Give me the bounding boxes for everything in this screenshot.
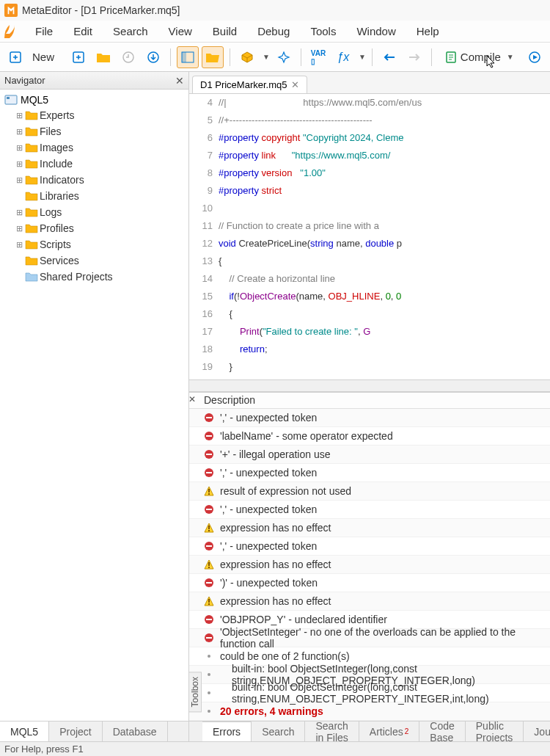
nav-tab-mql5[interactable]: MQL5	[0, 722, 49, 741]
tree-item-experts[interactable]: ⊞Experts	[1, 107, 187, 123]
svg-rect-34	[208, 599, 210, 603]
forward-button[interactable]	[403, 46, 425, 68]
svg-rect-37	[206, 619, 212, 620]
menu-debug[interactable]: Debug	[247, 22, 300, 40]
panel-left-button[interactable]	[177, 46, 199, 68]
svg-rect-11	[206, 417, 212, 418]
toolbox-tab-journal[interactable]: Journal	[524, 722, 550, 741]
tree-item-shared-projects[interactable]: Shared Projects	[1, 269, 187, 285]
var-button[interactable]: VAR▯	[307, 46, 329, 68]
svg-rect-27	[206, 545, 212, 547]
run-debug-button[interactable]	[524, 46, 546, 68]
navigator-panel: Navigator ✕ MQL5 ⊞Experts⊞Files⊞Images⊞I…	[0, 72, 189, 741]
cursor-icon	[485, 54, 497, 71]
statusbar: For Help, press F1	[0, 741, 550, 756]
svg-point-40	[208, 655, 210, 658]
error-row[interactable]: ')' - unexpected token	[189, 574, 550, 592]
svg-rect-29	[208, 562, 210, 566]
error-row[interactable]: ',' - unexpected token	[189, 409, 550, 427]
history-button[interactable]	[117, 46, 139, 68]
toolbox-tab-search-in-files[interactable]: Search in Files	[305, 722, 359, 741]
horizontal-scrollbar[interactable]	[189, 379, 550, 391]
menu-view[interactable]: View	[158, 22, 202, 40]
tree-root[interactable]: MQL5	[1, 92, 187, 107]
svg-rect-13	[206, 435, 212, 437]
editor-tabs: D1 PriceMarker.mq5 ✕	[189, 72, 550, 94]
panel-bottom-button[interactable]	[202, 46, 224, 68]
menu-window[interactable]: Window	[346, 22, 406, 40]
svg-rect-35	[208, 603, 210, 605]
svg-rect-25	[208, 530, 210, 531]
menu-file[interactable]: File	[25, 22, 63, 40]
window-title: MetaEditor - [D1 PriceMarker.mq5]	[22, 4, 180, 16]
error-row[interactable]: expression has no effect	[189, 519, 550, 537]
tree-item-images[interactable]: ⊞Images	[1, 139, 187, 156]
menu-build[interactable]: Build	[202, 22, 247, 40]
svg-point-42	[208, 691, 210, 694]
menu-search[interactable]: Search	[103, 22, 158, 40]
svg-rect-17	[206, 472, 212, 473]
nav-tab-database[interactable]: Database	[103, 722, 168, 741]
toolbox-tab-errors[interactable]: Errors	[202, 722, 252, 741]
menubar: FileEditSearchViewBuildDebugToolsWindowH…	[0, 21, 550, 43]
new-file-button[interactable]	[4, 46, 26, 68]
menu-help[interactable]: Help	[406, 22, 450, 40]
app-icon	[4, 4, 18, 17]
error-row[interactable]: built-in: bool ObjectSetInteger(long,con…	[189, 684, 550, 702]
ai-sparkle-button[interactable]	[273, 46, 295, 68]
back-button[interactable]	[378, 46, 400, 68]
svg-rect-22	[206, 509, 212, 510]
close-icon[interactable]: ✕	[175, 75, 184, 87]
error-row[interactable]: 20 errors, 4 warnings	[189, 702, 550, 721]
toolbox-tab-code-base[interactable]: Code Base	[419, 722, 465, 741]
editor-tab[interactable]: D1 PriceMarker.mq5 ✕	[192, 76, 307, 93]
svg-rect-32	[206, 582, 212, 584]
error-row[interactable]: 'labelName' - some operator expected	[189, 427, 550, 446]
tree-item-files[interactable]: ⊞Files	[1, 123, 187, 139]
error-row[interactable]: expression has no effect	[189, 592, 550, 611]
editor-area: D1 PriceMarker.mq5 ✕ 4567891011121314151…	[189, 72, 550, 741]
svg-point-41	[208, 673, 210, 676]
toolbar: New ▼ VAR▯ ƒx ▼ Compile ▼	[0, 43, 550, 72]
tree-item-profiles[interactable]: ⊞Profiles	[1, 220, 187, 236]
error-row[interactable]: result of expression not used	[189, 482, 550, 501]
dropdown-icon[interactable]: ▼	[359, 53, 366, 61]
box-button[interactable]	[236, 46, 258, 68]
svg-rect-20	[208, 493, 210, 495]
toolbox-tab-public-projects[interactable]: Public Projects	[466, 722, 524, 741]
error-row[interactable]: '+' - illegal operation use	[189, 446, 550, 464]
error-row[interactable]: expression has no effect	[189, 556, 550, 574]
menu-tools[interactable]: Tools	[300, 22, 346, 40]
tree-item-logs[interactable]: ⊞Logs	[1, 204, 187, 220]
new-doc-button[interactable]	[67, 46, 89, 68]
toolbox-label[interactable]: Toolbox	[189, 672, 202, 712]
close-icon[interactable]: ✕	[189, 394, 199, 404]
open-folder-button[interactable]	[92, 46, 114, 68]
nav-tab-project[interactable]: Project	[49, 722, 103, 741]
svg-rect-15	[206, 454, 212, 455]
close-icon[interactable]: ✕	[291, 79, 299, 90]
tree-item-services[interactable]: Services	[1, 252, 187, 269]
toolbox-tab-search[interactable]: Search	[252, 722, 305, 741]
tree-item-scripts[interactable]: ⊞Scripts	[1, 236, 187, 252]
titlebar: MetaEditor - [D1 PriceMarker.mq5]	[0, 0, 550, 21]
toolbox-tab-articles[interactable]: Articles 2	[359, 722, 419, 741]
dropdown-icon[interactable]: ▼	[263, 53, 270, 61]
new-label: New	[32, 51, 54, 63]
error-row[interactable]: 'ObjectSetInteger' - no one of the overl…	[189, 629, 550, 647]
tree-item-indicators[interactable]: ⊞Indicators	[1, 172, 187, 188]
fx-button[interactable]: ƒx	[332, 46, 354, 68]
svg-rect-19	[208, 489, 210, 493]
dropdown-icon[interactable]: ▼	[507, 53, 514, 61]
tree-item-libraries[interactable]: Libraries	[1, 188, 187, 204]
compile-button[interactable]: Compile ▼	[438, 47, 521, 68]
code-editor[interactable]: 45678910111213141516171819 //| https://w…	[189, 94, 550, 379]
error-row[interactable]: ',' - unexpected token	[189, 537, 550, 556]
error-row[interactable]: ',' - unexpected token	[189, 464, 550, 482]
menu-edit[interactable]: Edit	[63, 22, 103, 40]
app-logo-icon	[3, 23, 18, 40]
svg-rect-24	[208, 526, 210, 529]
error-row[interactable]: ',' - unexpected token	[189, 501, 550, 519]
tree-item-include[interactable]: ⊞Include	[1, 156, 187, 172]
download-button[interactable]	[142, 46, 164, 68]
